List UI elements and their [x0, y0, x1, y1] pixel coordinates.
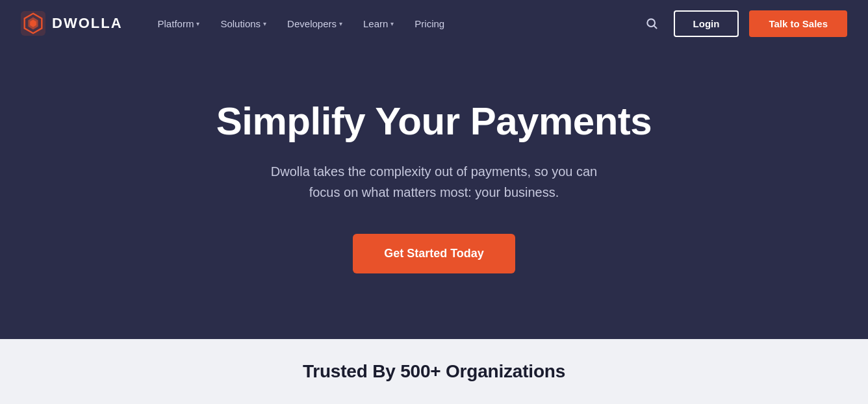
nav-right: Login Talk to Sales — [640, 10, 847, 37]
navbar: DWOLLA Platform ▾ Solutions ▾ Developers… — [0, 0, 868, 47]
login-button[interactable]: Login — [674, 10, 739, 37]
talk-to-sales-button[interactable]: Talk to Sales — [749, 10, 847, 37]
nav-solutions-label: Solutions — [220, 18, 261, 29]
search-button[interactable] — [640, 12, 663, 35]
search-icon — [645, 17, 658, 30]
platform-chevron-icon: ▾ — [196, 20, 199, 27]
nav-developers-label: Developers — [287, 18, 337, 29]
developers-chevron-icon: ▾ — [339, 20, 342, 27]
nav-platform-label: Platform — [158, 18, 194, 29]
logo-icon — [21, 11, 45, 36]
nav-learn-label: Learn — [363, 18, 388, 29]
nav-pricing-label: Pricing — [415, 18, 444, 29]
brand-name: DWOLLA — [52, 15, 123, 32]
trust-section: Trusted By 500+ Organizations — [0, 339, 868, 404]
hero-section: Simplify Your Payments Dwolla takes the … — [0, 47, 868, 339]
hero-title: Simplify Your Payments — [216, 100, 652, 143]
solutions-chevron-icon: ▾ — [263, 20, 266, 27]
get-started-button[interactable]: Get Started Today — [353, 234, 515, 273]
nav-item-platform[interactable]: Platform ▾ — [149, 13, 209, 34]
nav-links: Platform ▾ Solutions ▾ Developers ▾ Lear… — [149, 13, 640, 34]
trust-heading: Trusted By 500+ Organizations — [303, 361, 565, 382]
hero-subtitle: Dwolla takes the complexity out of payme… — [265, 161, 603, 203]
learn-chevron-icon: ▾ — [390, 20, 394, 27]
logo-link[interactable]: DWOLLA — [21, 11, 123, 36]
nav-item-pricing[interactable]: Pricing — [405, 13, 453, 34]
nav-item-solutions[interactable]: Solutions ▾ — [211, 13, 275, 34]
nav-item-learn[interactable]: Learn ▾ — [354, 13, 403, 34]
nav-item-developers[interactable]: Developers ▾ — [278, 13, 351, 34]
svg-line-5 — [654, 26, 656, 29]
